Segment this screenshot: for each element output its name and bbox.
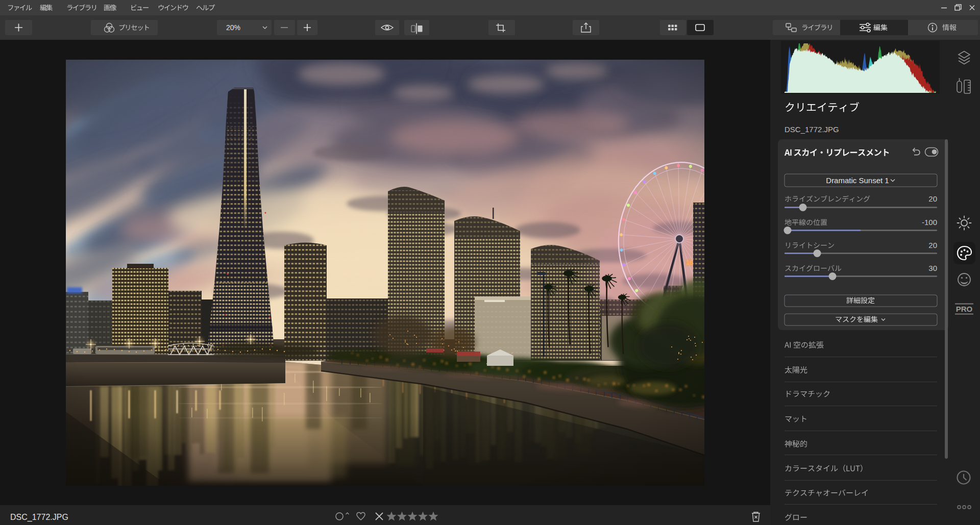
svg-text:Dramatic Sunset 1: Dramatic Sunset 1 <box>826 176 889 185</box>
svg-text:-100: -100 <box>922 218 937 227</box>
svg-text:20: 20 <box>928 241 937 249</box>
svg-text:PRO: PRO <box>956 305 973 313</box>
svg-text:30: 30 <box>928 264 937 272</box>
svg-text:20%: 20% <box>226 23 240 32</box>
svg-text:20: 20 <box>928 194 937 203</box>
svg-text:DSC_1772.JPG: DSC_1772.JPG <box>10 513 68 522</box>
svg-text:DSC_1772.JPG: DSC_1772.JPG <box>785 125 839 134</box>
